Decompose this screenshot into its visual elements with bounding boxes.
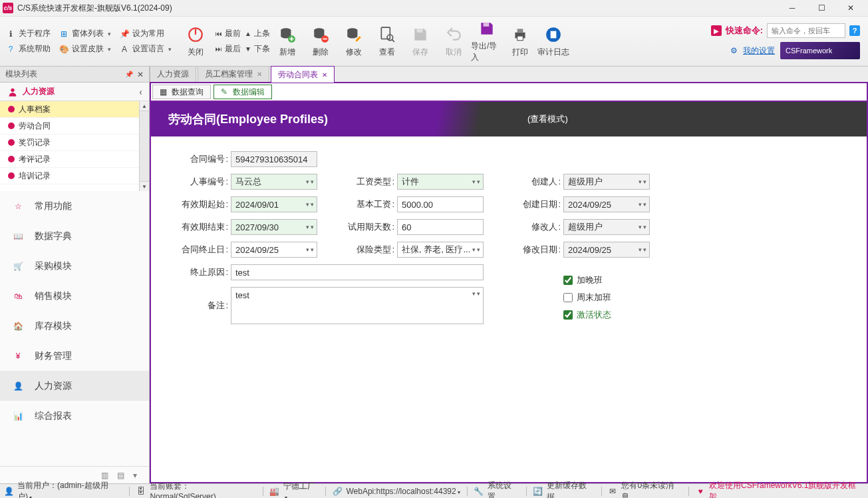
sidebar-item-1[interactable]: 劳动合同: [0, 118, 139, 134]
field-remark[interactable]: test▾: [231, 287, 484, 324]
sidebar-item-2[interactable]: 奖罚记录: [0, 134, 139, 151]
chevron-down-icon[interactable]: ▾: [133, 471, 142, 480]
pin-icon: 📌: [119, 29, 130, 39]
sidebar-close-icon[interactable]: ✕: [137, 70, 144, 79]
sidebar-item-0[interactable]: 人事档案: [0, 101, 139, 118]
audit-icon: [544, 25, 563, 44]
label-end-date: 有效期结束: [171, 221, 231, 233]
delete-button[interactable]: 删除: [305, 19, 337, 64]
label-creator: 创建人: [504, 176, 563, 188]
label-modifier: 修改人: [504, 221, 563, 233]
next-button[interactable]: ▼下条: [245, 43, 270, 55]
close-window-button[interactable]: ✕: [836, 0, 865, 17]
banner-title: 劳动合同(Employee Profiles): [168, 111, 328, 127]
about-button[interactable]: ℹ关于程序: [5, 28, 51, 39]
field-person-no[interactable]: 马云总▾: [231, 174, 317, 190]
label-remark: 备注: [171, 300, 231, 312]
module-5[interactable]: ¥财务管理: [0, 341, 149, 371]
module-3[interactable]: 🛍销售模块: [0, 281, 149, 311]
field-start-date[interactable]: 2024/09/01▾: [231, 196, 317, 212]
module-6[interactable]: 👤人力资源: [0, 371, 149, 401]
last-button[interactable]: ⏭最后: [216, 43, 241, 55]
status-user[interactable]: 当前用户：(admin-超级用户): [17, 480, 122, 499]
quick-command: ▶ 快速命令: ?: [711, 23, 860, 38]
view-button[interactable]: 查看: [371, 19, 403, 64]
scroll-up-icon[interactable]: ▲: [140, 101, 149, 111]
sidebar-item-4[interactable]: 培训记录: [0, 168, 139, 184]
modify-button[interactable]: 修改: [338, 19, 370, 64]
checkbox-active[interactable]: 激活状态: [563, 309, 650, 321]
banner-mode: (查看模式): [527, 113, 568, 125]
heart-icon: ♥: [696, 487, 705, 496]
gear-icon: ⚙: [730, 46, 738, 55]
app-icon: c/s: [3, 3, 13, 13]
field-end-date[interactable]: 2027/09/30▾: [231, 219, 317, 235]
checkbox-weekend-ot[interactable]: 周末加班: [563, 292, 650, 304]
form-area: 合同编号 594279310635014 人事编号 马云总▾ 工资类型 计件▾ …: [151, 136, 867, 346]
pin-icon[interactable]: 📌: [125, 71, 133, 78]
add-button[interactable]: 新增: [271, 19, 303, 64]
person-icon: [7, 86, 19, 98]
lang-icon: A: [119, 44, 130, 55]
subtab-0[interactable]: ▦数据查询: [152, 85, 211, 99]
layout1-icon[interactable]: ▥: [101, 471, 110, 480]
tab-0[interactable]: 人力资源: [150, 65, 196, 82]
tab-1[interactable]: 员工档案管理✕: [198, 65, 269, 82]
tab-close-icon[interactable]: ✕: [257, 71, 262, 78]
sidebar-item-3[interactable]: 考评记录: [0, 151, 139, 168]
tab-2[interactable]: 劳动合同表✕: [271, 66, 335, 83]
module-4[interactable]: 🏠库存模块: [0, 311, 149, 341]
mail-icon: ✉: [609, 487, 618, 496]
maximize-button[interactable]: ☐: [807, 0, 836, 17]
field-trial-days[interactable]: 60: [397, 219, 484, 235]
label-insurance: 保险类型: [337, 244, 397, 256]
export-button[interactable]: 导出/导入: [471, 19, 503, 64]
status-refresh[interactable]: 更新缓存数据: [547, 480, 595, 499]
print-button[interactable]: 打印: [504, 19, 536, 64]
my-settings-link[interactable]: 我的设置: [743, 45, 775, 57]
field-term-date[interactable]: 2024/09/25▾: [231, 242, 317, 258]
status-webapi[interactable]: WebApi:https://localhost:44392: [346, 487, 460, 496]
set-skin-button[interactable]: 🎨设置皮肤: [59, 43, 111, 55]
module-icon: 🏠: [9, 318, 27, 335]
status-sys-setting[interactable]: 系统设置: [488, 480, 519, 499]
svg-rect-7: [381, 27, 390, 39]
status-mail[interactable]: 您有0条未读消息: [621, 480, 682, 499]
field-term-reason[interactable]: test: [231, 264, 484, 280]
module-7[interactable]: 📊综合报表: [0, 401, 149, 431]
first-button[interactable]: ⏮最前: [216, 28, 241, 39]
field-base-salary[interactable]: 5000.00: [397, 196, 484, 212]
status-welcome: 欢迎使用CSFrameworkV6.1旗舰版开发框架: [709, 480, 864, 499]
module-1[interactable]: 📖数据字典: [0, 221, 149, 251]
field-insurance[interactable]: 社保, 养老, 医疗...▾: [397, 242, 484, 258]
prev-button[interactable]: ▲上条: [245, 28, 270, 39]
status-factory[interactable]: 宁德工厂: [283, 481, 319, 498]
module-2[interactable]: 🛒采购模块: [0, 251, 149, 281]
set-lang-button[interactable]: A设置语言: [119, 43, 172, 55]
set-common-button[interactable]: 📌设为常用: [119, 28, 164, 39]
terminal-icon: ▶: [711, 25, 722, 36]
module-0[interactable]: ☆常用功能: [0, 191, 149, 221]
sidebar-category-header[interactable]: 人力资源 ‹: [0, 83, 149, 101]
help-icon: ?: [5, 44, 16, 55]
quick-cmd-input[interactable]: [767, 23, 845, 38]
scroll-down-icon[interactable]: ▼: [140, 181, 149, 191]
field-modifier: 超级用户▾: [563, 219, 650, 235]
module-icon: 🛍: [9, 288, 27, 305]
sidebar: 模块列表 📌 ✕ 人力资源 ‹ 人事档案劳动合同奖罚记录考评记录培训记录 ▲ ▼…: [0, 67, 150, 483]
form-list-button[interactable]: ⊞窗体列表: [59, 28, 111, 39]
field-salary-type[interactable]: 计件▾: [397, 174, 484, 190]
sidebar-scrollbar[interactable]: ▲ ▼: [139, 101, 149, 191]
tab-close-icon[interactable]: ✕: [322, 71, 327, 79]
status-account: 当前账套：Normal(SqlServer): [150, 481, 255, 498]
layout2-icon[interactable]: ▤: [117, 471, 126, 480]
sys-help-button[interactable]: ?系统帮助: [5, 43, 51, 55]
quick-cmd-help[interactable]: ?: [849, 25, 860, 36]
subtab-1[interactable]: ✎数据编辑: [214, 85, 272, 99]
checkbox-overtime[interactable]: 加晚班: [563, 274, 650, 286]
minimize-button[interactable]: ─: [778, 0, 807, 17]
csframework-banner[interactable]: CSFramework: [780, 42, 860, 59]
field-modify-date: 2024/09/25▾: [563, 242, 650, 258]
close-button[interactable]: 关闭: [180, 19, 212, 64]
audit-button[interactable]: 审计日志: [537, 19, 569, 64]
